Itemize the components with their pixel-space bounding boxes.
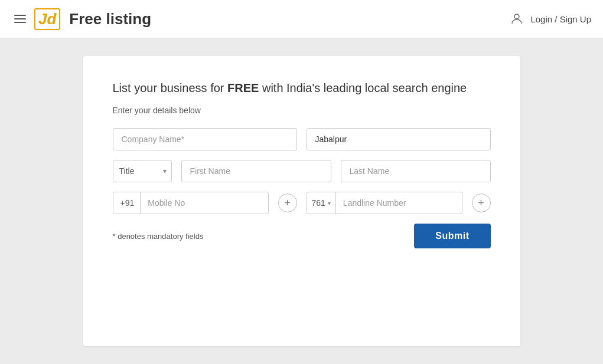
main-content: List your business for FREE with India's… xyxy=(0,38,603,364)
header: Jd Free listing Login / Sign Up xyxy=(0,0,603,38)
add-mobile-button[interactable]: + xyxy=(278,194,297,212)
heading-suffix: with India's leading local search engine xyxy=(259,81,467,94)
form-footer: * denotes mandatory fields Submit xyxy=(113,224,491,248)
company-name-input[interactable] xyxy=(113,128,297,150)
landline-group: 761 ▾ xyxy=(307,192,462,214)
row-phone: +91 + 761 ▾ + xyxy=(113,192,491,214)
landline-code: 761 xyxy=(312,192,325,214)
mobile-section: +91 + xyxy=(113,192,297,214)
hamburger-menu[interactable] xyxy=(12,12,28,25)
landline-code-wrapper[interactable]: 761 ▾ xyxy=(307,192,336,214)
city-input[interactable] xyxy=(307,128,491,150)
user-icon xyxy=(508,10,526,28)
mobile-prefix: +91 xyxy=(113,192,141,214)
title-select[interactable]: Title Mr Mrs Ms Dr xyxy=(119,160,165,182)
logo: Jd xyxy=(34,8,60,30)
row-name: Title Mr Mrs Ms Dr ▾ xyxy=(113,160,491,182)
form-heading: List your business for FREE with India's… xyxy=(113,80,491,96)
landline-section: 761 ▾ + xyxy=(307,192,491,214)
svg-point-0 xyxy=(514,14,519,19)
last-name-input[interactable] xyxy=(341,160,491,182)
heading-prefix: List your business for xyxy=(113,81,228,94)
chevron-down-icon: ▾ xyxy=(328,200,331,206)
submit-button[interactable]: Submit xyxy=(414,224,490,248)
row-company-city xyxy=(113,128,491,150)
heading-bold: FREE xyxy=(227,81,259,94)
page-title: Free listing xyxy=(69,10,151,28)
header-right: Login / Sign Up xyxy=(508,10,591,28)
mobile-input[interactable] xyxy=(141,192,268,214)
mandatory-note: * denotes mandatory fields xyxy=(113,232,204,241)
title-select-wrapper: Title Mr Mrs Ms Dr ▾ xyxy=(113,160,172,182)
mobile-group: +91 xyxy=(113,192,269,214)
form-card: List your business for FREE with India's… xyxy=(83,56,520,346)
landline-input[interactable] xyxy=(336,192,462,214)
header-left: Jd Free listing xyxy=(12,8,151,30)
login-signup-link[interactable]: Login / Sign Up xyxy=(530,14,591,24)
add-landline-button[interactable]: + xyxy=(472,194,491,212)
first-name-input[interactable] xyxy=(181,160,331,182)
form-subtitle: Enter your details below xyxy=(113,106,491,115)
